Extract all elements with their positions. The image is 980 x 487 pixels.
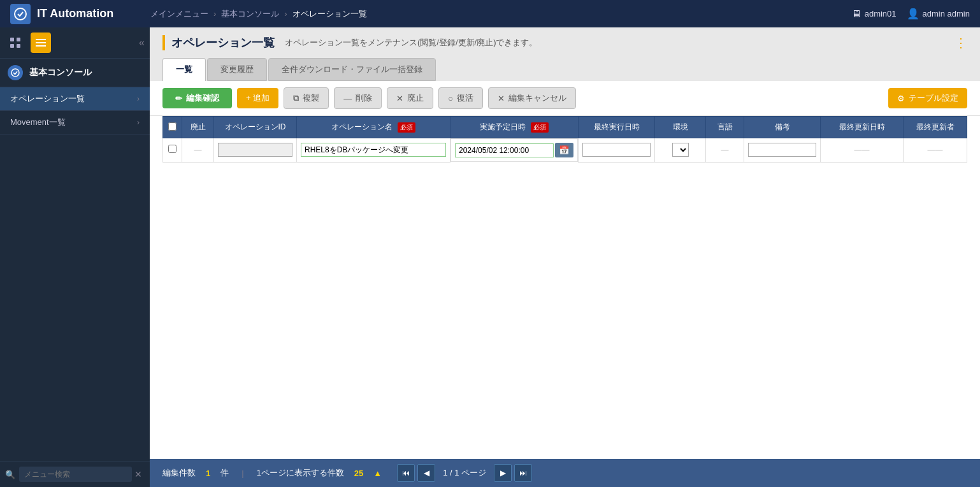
discard-value: — [194,145,202,154]
row-checkbox[interactable] [168,145,177,153]
add-button[interactable]: + 追加 [237,88,278,108]
sidebar-collapse-btn[interactable]: « [139,37,145,48]
sidebar-grid-btn[interactable] [5,33,25,53]
col-last-update: 最終更新日時 [821,117,904,138]
breadcrumb-sep-0: › [213,9,216,18]
first-page-button[interactable]: ⏮ [397,464,415,482]
toolbar: ✏ 編集確認 + 追加 ⧉ 複製 — 削除 ✕ 廃止 ○ 復活 [150,81,980,116]
user-account[interactable]: 👤 admin admin [907,8,970,20]
operation-name-input[interactable] [301,143,446,157]
sidebar-section-label: 基本コンソール [29,67,92,78]
col-last-exec: 最終実行日時 [579,117,655,138]
edit-count-value: 1 [206,469,210,478]
edit-confirm-label: 編集確認 [186,92,219,104]
cell-notes [744,138,821,163]
discard-icon: ✕ [396,94,403,103]
cancel-button[interactable]: ✕ 編集キャンセル [488,87,576,109]
cell-checkbox [163,138,182,163]
discard-label: 廃止 [407,92,424,104]
edit-confirm-icon: ✏ [175,94,182,103]
user-monitor[interactable]: 🖥 admin01 [851,8,897,20]
breadcrumb-item-1[interactable]: 基本コンソール [221,8,279,20]
table-container: 廃止 オペレーションID オペレーション名 必須 実施予定日時 必須 最終実行日… [150,116,980,459]
footer: 編集件数 1 件 | 1ページに表示する件数 25 ▲ ⏮ ◀ 1 / 1 ペー… [150,459,980,487]
per-page-arrow[interactable]: ▲ [373,469,382,478]
sidebar: « 基本コンソール オペレーション一覧 › Movement一覧 › 🔍 ✕ [0,27,150,487]
page-header-menu-icon[interactable]: ⋮ [955,35,967,50]
col-environment: 環境 [655,117,706,138]
cell-last-updater: —— [904,138,967,163]
breadcrumb-item-2: オペレーション一覧 [292,8,367,20]
sidebar-item-movement[interactable]: Movement一覧 › [0,111,150,134]
svg-rect-5 [36,39,46,40]
restore-button[interactable]: ○ 復活 [438,87,483,109]
sidebar-top: « [0,27,150,59]
cell-environment [655,138,706,163]
footer-sep-1: | [241,469,243,478]
sidebar-item-movement-arrow: › [137,118,140,127]
header: IT Automation メインメニュー › 基本コンソール › オペレーショ… [0,0,980,27]
header-logo: IT Automation [10,4,150,24]
app-title: IT Automation [37,7,113,20]
table-settings-label: テーブル設定 [909,92,958,104]
operation-id-input[interactable] [218,143,292,157]
cell-language: — [706,138,744,163]
prev-page-button[interactable]: ◀ [417,464,435,482]
col-language: 言語 [706,117,744,138]
last-update-value: —— [854,145,870,154]
col-checkbox [163,117,182,138]
table-settings-button[interactable]: ⚙ テーブル設定 [888,88,967,108]
discard-button[interactable]: ✕ 廃止 [387,87,433,109]
sidebar-item-operations[interactable]: オペレーション一覧 › [0,87,150,111]
col-scheduled-date: 実施予定日時 必須 [450,117,579,138]
main-content: オペレーション一覧 オペレーション一覧をメンテナンス(閲覧/登録/更新/廃止)で… [150,27,980,487]
add-label: + 追加 [246,92,270,104]
cell-operation-name [297,138,450,163]
per-page-label: 1ページに表示する件数 [257,467,344,479]
sidebar-list-btn[interactable] [31,33,51,53]
next-page-button[interactable]: ▶ [494,464,512,482]
copy-icon: ⧉ [293,93,299,103]
tab-download[interactable]: 全件ダウンロード・ファイル一括登録 [268,58,436,81]
language-value: — [721,145,729,154]
cell-last-update: —— [821,138,904,163]
breadcrumb-item-0[interactable]: メインメニュー [150,8,208,20]
svg-rect-2 [17,38,20,41]
scheduled-date-input[interactable] [455,143,554,157]
notes-input[interactable] [748,143,816,157]
delete-button[interactable]: — 削除 [334,87,382,109]
edit-confirm-button[interactable]: ✏ 編集確認 [162,88,232,108]
tab-list[interactable]: 一覧 [162,58,206,81]
cell-scheduled-date: 📅 [450,138,578,162]
copy-label: 複製 [303,92,319,104]
monitor-icon: 🖥 [851,8,861,20]
breadcrumb: メインメニュー › 基本コンソール › オペレーション一覧 [150,8,851,20]
cancel-icon: ✕ [498,94,505,103]
col-operation-id: オペレーションID [214,117,297,138]
search-clear-icon[interactable]: ✕ [132,469,145,479]
svg-rect-7 [36,45,46,47]
per-page-value: 25 [354,469,363,478]
tab-history[interactable]: 変更履歴 [207,58,267,81]
cell-operation-id [214,138,297,163]
required-badge-date: 必須 [531,122,549,133]
user-icon: 👤 [907,8,919,20]
page-title: オペレーション一覧 [162,35,275,50]
search-icon: 🔍 [5,470,15,479]
last-exec-input[interactable] [582,143,651,157]
environment-select[interactable] [672,143,689,157]
tab-download-label: 全件ダウンロード・ファイル一括登録 [282,64,422,74]
table-header-row: 廃止 オペレーションID オペレーション名 必須 実施予定日時 必須 最終実行日… [163,117,967,138]
search-input[interactable] [19,467,132,482]
col-operation-name: オペレーション名 必須 [297,117,450,138]
sidebar-item-operations-label: オペレーション一覧 [10,93,85,105]
sidebar-search: 🔍 ✕ [0,461,150,487]
last-updater-value: —— [928,145,943,154]
last-page-button[interactable]: ⏭ [514,464,532,482]
calendar-button[interactable]: 📅 [555,143,573,157]
sidebar-item-movement-label: Movement一覧 [10,117,66,128]
edit-count-unit: 件 [220,467,229,479]
cell-discard: — [182,138,214,163]
select-all-checkbox[interactable] [168,122,177,131]
copy-button[interactable]: ⧉ 複製 [284,87,329,109]
